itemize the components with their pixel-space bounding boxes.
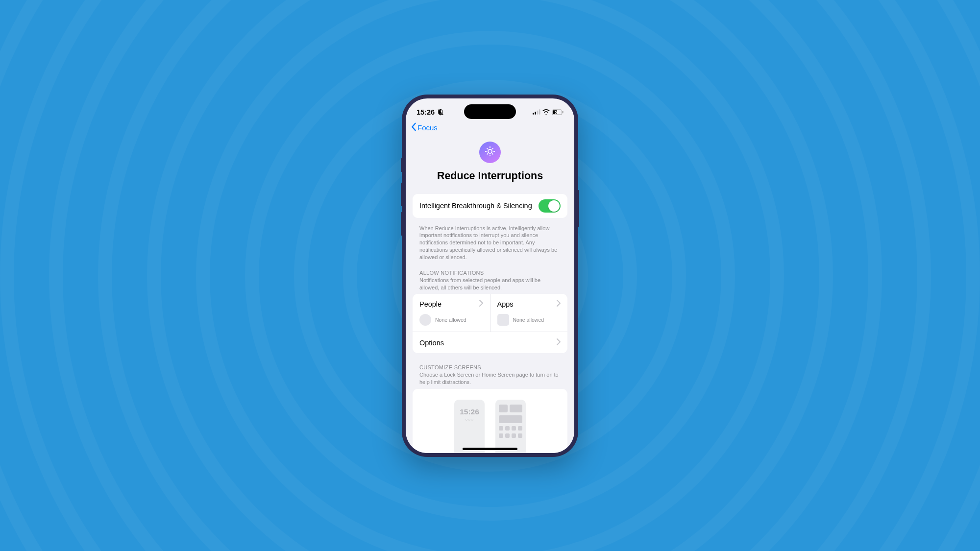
apps-status: None allowed: [513, 317, 544, 323]
lock-screen-time: 15:26: [460, 407, 479, 416]
svg-rect-7: [563, 111, 564, 113]
dynamic-island: [464, 104, 516, 119]
people-label: People: [419, 300, 441, 308]
svg-rect-4: [539, 109, 540, 114]
back-button[interactable]: Focus: [411, 122, 438, 133]
svg-rect-1: [533, 113, 534, 114]
options-button[interactable]: Options: [413, 332, 567, 353]
cellular-signal-icon: [533, 109, 540, 115]
chevron-right-icon: [557, 299, 561, 309]
chevron-right-icon: [479, 299, 483, 309]
lock-screen-preview[interactable]: 15:26 ○○○: [454, 400, 485, 453]
nav-bar: Focus: [406, 120, 574, 138]
svg-text:50: 50: [555, 110, 559, 114]
status-time: 15:26: [416, 108, 435, 116]
back-label: Focus: [417, 123, 438, 132]
intelligent-breakthrough-label: Intelligent Breakthrough & Silencing: [419, 202, 532, 210]
page-title: Reduce Interruptions: [413, 170, 567, 182]
lock-screen-widgets-icon: ○○○: [465, 417, 474, 422]
battery-icon: 50: [552, 109, 564, 115]
apps-button[interactable]: Apps None allowed: [490, 294, 568, 332]
chevron-right-icon: [557, 337, 561, 348]
customize-screens-subtext: Choose a Lock Screen or Home Screen page…: [413, 371, 567, 389]
phone-frame: 15:26: [402, 95, 578, 457]
people-status: None allowed: [435, 317, 466, 323]
silent-mode-icon: [437, 109, 444, 116]
svg-rect-2: [535, 112, 536, 115]
intelligent-breakthrough-toggle[interactable]: [539, 199, 561, 213]
allow-notifications-subtext: Notifications from selected people and a…: [413, 277, 567, 294]
intelligent-breakthrough-row: Intelligent Breakthrough & Silencing: [413, 194, 567, 218]
home-screen-preview[interactable]: [495, 400, 526, 453]
customize-screens-header: CUSTOMIZE SCREENS: [413, 364, 567, 371]
app-placeholder-icon: [497, 314, 509, 326]
wifi-icon: [542, 109, 550, 115]
people-button[interactable]: People None allowed: [413, 294, 490, 332]
svg-point-9: [488, 149, 492, 153]
allow-notifications-header: ALLOW NOTIFICATIONS: [413, 270, 567, 277]
apps-label: Apps: [497, 300, 514, 308]
intelligent-footnote: When Reduce Interruptions is active, int…: [413, 222, 567, 261]
home-indicator[interactable]: [463, 448, 517, 450]
phone-screen: 15:26: [406, 98, 574, 453]
options-label: Options: [419, 339, 444, 347]
avatar-placeholder-icon: [419, 314, 431, 326]
chevron-left-icon: [411, 122, 416, 133]
svg-rect-3: [537, 111, 538, 115]
focus-mode-icon: [479, 142, 501, 163]
